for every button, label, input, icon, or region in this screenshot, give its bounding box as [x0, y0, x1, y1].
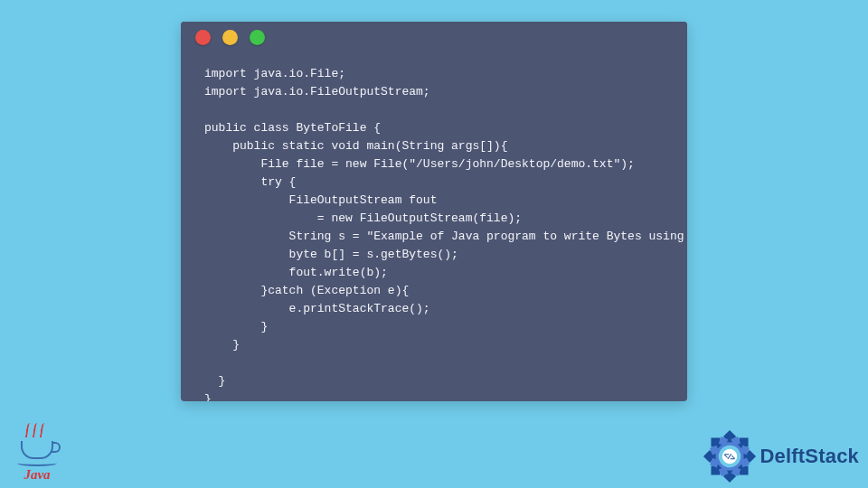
java-steam-icon: [24, 423, 50, 439]
delftstack-label: DelftStack: [760, 445, 859, 468]
delftstack-gear-icon: </>: [705, 432, 754, 481]
window-minimize-dot[interactable]: [222, 30, 238, 45]
code-window: import java.io.File; import java.io.File…: [181, 22, 687, 401]
code-text: import java.io.File; import java.io.File…: [204, 67, 687, 401]
java-logo-label: Java: [13, 467, 61, 483]
java-logo: Java: [13, 423, 61, 483]
window-zoom-dot[interactable]: [250, 30, 265, 45]
delftstack-logo: </> DelftStack: [705, 432, 859, 481]
window-close-dot[interactable]: [195, 30, 211, 45]
java-cup-icon: [21, 441, 53, 459]
code-body: import java.io.File; import java.io.File…: [181, 52, 687, 401]
window-titlebar: [181, 22, 687, 52]
page-root: import java.io.File; import java.io.File…: [0, 0, 868, 488]
java-saucer-icon: [17, 460, 57, 466]
